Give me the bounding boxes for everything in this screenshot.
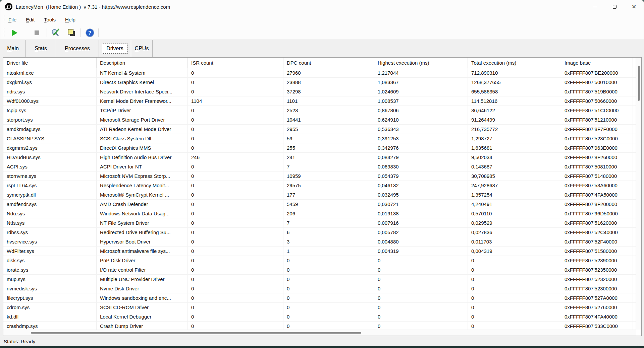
cell: 0: [283, 284, 374, 293]
tab-processes[interactable]: Processes: [56, 40, 99, 57]
status-text: Status: Ready: [4, 339, 35, 344]
app-icon: [5, 3, 12, 10]
tab-main[interactable]: Main: [0, 40, 26, 57]
table-row[interactable]: amdfendr.sysAMD Crash Defender054590,030…: [3, 200, 636, 209]
column-header-total-execution[interactable]: Total execution (ms): [468, 58, 561, 68]
table-row[interactable]: Wdf01000.sysKernel Mode Driver Framewor.…: [3, 96, 636, 106]
table-row[interactable]: crashdmp.sysCrash Dump Driver00000xFFFFF…: [3, 322, 636, 330]
table-row[interactable]: cdrom.sysSCSI CD-ROM Driver00000xFFFFF80…: [3, 303, 636, 312]
table-row[interactable]: amdkmdag.sysATI Radeon Kernel Mode Drive…: [3, 125, 636, 134]
table-row[interactable]: ntoskrnl.exeNT Kernel & System0279601,21…: [3, 68, 636, 78]
cell: ntoskrnl.exe: [3, 68, 97, 77]
cell: 114,512816: [468, 96, 561, 106]
cell: Wdf01000.sys: [3, 96, 97, 106]
cell: Hypervisor Boot Driver: [97, 237, 188, 246]
play-button[interactable]: [9, 28, 19, 38]
cell: 241: [283, 153, 374, 162]
table-row[interactable]: hvservice.sysHypervisor Boot Driver030,0…: [3, 237, 636, 247]
cell: 0: [188, 256, 283, 265]
column-header-isr-count[interactable]: ISR count: [188, 58, 283, 68]
table-row[interactable]: mup.sysMultiple UNC Provider Driver00000…: [3, 275, 636, 284]
cell: 0: [374, 284, 468, 293]
table-row[interactable]: Ndu.sysWindows Network Data Usag...02060…: [3, 209, 636, 218]
cell: ATI Radeon Kernel Mode Driver: [97, 125, 188, 134]
column-header-description[interactable]: Description: [97, 58, 188, 68]
cell: 0,570110: [468, 209, 561, 218]
cell: 0,007916: [374, 218, 468, 227]
table-row[interactable]: dxgmms2.sysDirectX Graphics MMS02550,342…: [3, 143, 636, 153]
menu-help[interactable]: Help: [65, 17, 75, 22]
horizontal-scrollbar-thumb[interactable]: [31, 332, 361, 334]
menu-tools[interactable]: Tools: [44, 17, 56, 22]
maximize-button[interactable]: [605, 0, 624, 13]
cell: 91,264499: [468, 115, 561, 124]
menu-edit[interactable]: Edit: [26, 17, 35, 22]
table-row[interactable]: symcryptk.dllMicrosoft® SymCrypt Kernel …: [3, 190, 636, 200]
report-button[interactable]: [66, 28, 76, 38]
column-header-dpc-count[interactable]: DPC count: [283, 58, 374, 68]
cell: Resplendence Latency Monit...: [97, 181, 188, 190]
table-row[interactable]: storport.sysMicrosoft Storage Port Drive…: [3, 115, 636, 125]
menu-file[interactable]: File: [8, 17, 16, 22]
cell: 0: [188, 200, 283, 209]
table-row[interactable]: filecrypt.sysWindows sandboxing and enc.…: [3, 293, 636, 303]
table-row[interactable]: rdbss.sysRedirected Drive Buffering Su..…: [3, 228, 636, 237]
table-row[interactable]: stornvme.sysMicrosoft NVM Express Storp.…: [3, 171, 636, 181]
cell: 0: [283, 322, 374, 330]
table-row[interactable]: iorate.sysI/O rate control Filter00000xF…: [3, 265, 636, 275]
cell: Nvme Disk Driver: [97, 284, 188, 293]
tab-stats[interactable]: Stats: [26, 40, 56, 57]
cell: dxgmms2.sys: [3, 143, 97, 152]
minimize-button[interactable]: [585, 0, 605, 13]
cell: SCSI Class System Dll: [97, 134, 188, 143]
table-row[interactable]: rspLLL64.sysResplendence Latency Monit..…: [3, 181, 636, 190]
toolbar-separator: [47, 28, 47, 37]
tab-drivers[interactable]: Drivers: [99, 40, 131, 57]
table-row[interactable]: HDAudBus.sysHigh Definition Audio Bus Dr…: [3, 153, 636, 162]
table-row[interactable]: ndis.sysNetwork Driver Interface Speci..…: [3, 87, 636, 96]
cell: Multiple UNC Provider Driver: [97, 275, 188, 284]
cell: 59: [283, 134, 374, 143]
menubar-gripper[interactable]: [4, 15, 4, 23]
cell: 0: [188, 106, 283, 115]
cell: 0: [188, 115, 283, 124]
table-row[interactable]: Ntfs.sysNT File System Driver070,0079160…: [3, 218, 636, 228]
column-header-driver-file[interactable]: Driver file: [3, 58, 97, 68]
cell: 0xFFFFF807'8F200000: [561, 200, 633, 209]
help-button[interactable]: ?: [85, 28, 95, 38]
close-button[interactable]: ✕: [624, 0, 644, 13]
horizontal-scrollbar[interactable]: [3, 330, 636, 336]
vertical-scrollbar[interactable]: [636, 58, 641, 330]
stop-button[interactable]: [32, 28, 42, 38]
cell: 0xFFFFF807'8F7F0000: [561, 125, 633, 134]
tab-strip: Main Stats Processes Drivers CPUs: [0, 40, 644, 57]
column-header-image-base[interactable]: Image base: [561, 58, 633, 68]
table-row[interactable]: dxgkrnl.sysDirectX Graphics Kernel023888…: [3, 78, 636, 87]
cell: 2523: [283, 106, 374, 115]
table-row[interactable]: disk.sysPnP Disk Driver00000xFFFFF807'52…: [3, 256, 636, 265]
toolbar-gripper[interactable]: [4, 28, 4, 37]
table-row[interactable]: CLASSPNP.SYSSCSI Class System Dll0590,39…: [3, 134, 636, 143]
cell: 0: [374, 265, 468, 274]
table-row[interactable]: kd.dllLocal Kernel Debugger00000xFFFFF80…: [3, 312, 636, 322]
minimize-icon: [593, 7, 597, 7]
table-row[interactable]: tcpip.sysTCP/IP Driver025230,86780636,64…: [3, 106, 636, 115]
toolbar-separator: [98, 28, 99, 37]
cell: 5459: [283, 200, 374, 209]
table-row[interactable]: ACPI.sysACPI Driver for NT070,0698300,14…: [3, 162, 636, 171]
cell: 10959: [283, 171, 374, 181]
column-header-highest-execution[interactable]: Highest execution (ms): [374, 58, 468, 68]
options-button[interactable]: [50, 28, 60, 38]
resize-grip[interactable]: [637, 340, 643, 346]
cell: 0xFFFFF807'52F40000: [561, 237, 633, 246]
cell: 0: [188, 87, 283, 96]
cell: amdfendr.sys: [3, 200, 97, 209]
cell: 1,083367: [374, 78, 468, 87]
table-row[interactable]: WdFilter.sysMicrosoft antimalware file s…: [3, 247, 636, 256]
vertical-scrollbar-thumb[interactable]: [638, 66, 640, 101]
cell: stornvme.sys: [3, 171, 97, 181]
app-window: LatencyMon (Home Edition ) v 7.31 - http…: [0, 0, 644, 346]
tab-cpus[interactable]: CPUs: [131, 40, 153, 57]
cell: 27960: [283, 68, 374, 77]
table-row[interactable]: nvmedisk.sysNvme Disk Driver00000xFFFFF8…: [3, 284, 636, 293]
